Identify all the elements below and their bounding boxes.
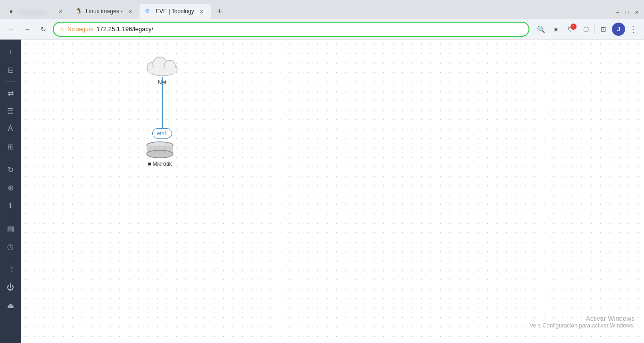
- close-button[interactable]: ✕: [633, 8, 640, 16]
- insecure-label: No seguro: [67, 26, 93, 33]
- sidebar-item-refresh[interactable]: ↻: [2, 161, 19, 178]
- svg-rect-4: [148, 68, 176, 74]
- address-bar[interactable]: ⚠ No seguro 172.25.1.196/legacy/: [53, 22, 529, 37]
- router-status-dot: ■: [148, 161, 151, 167]
- tab1-title: ................: [20, 8, 53, 15]
- tab3-favicon: ⚙: [145, 8, 152, 15]
- interface-label: eth1: [152, 128, 172, 139]
- tab3-close[interactable]: ✕: [198, 8, 206, 15]
- browser-menu-button[interactable]: ⋮: [627, 22, 639, 36]
- new-tab-button[interactable]: +: [213, 5, 226, 18]
- cloud-shape: [143, 54, 181, 77]
- tab-2[interactable]: 🐧 Linux images - ✕: [70, 4, 140, 19]
- topology-canvas: Net eth1: [21, 40, 644, 343]
- watermark-line2: Ve a Configuración para activar Windows.: [529, 322, 635, 329]
- title-bar: ● ................ ✕ 🐧 Linux images - ✕ …: [0, 0, 644, 19]
- browser-toolbar: ← → ↻ ⚠ No seguro 172.25.1.196/legacy/ 🔍…: [0, 19, 644, 40]
- tab1-close[interactable]: ✕: [57, 8, 64, 15]
- tab2-favicon: 🐧: [75, 8, 82, 15]
- watermark-line1: Activar Windows: [529, 315, 635, 322]
- sidebar-item-table[interactable]: ▦: [2, 220, 19, 237]
- sidebar-item-moon[interactable]: ☽: [2, 261, 19, 278]
- sidebar-divider-3: [5, 217, 16, 217]
- tab3-title: EVE | Topology: [156, 8, 194, 15]
- toolbar-divider: [594, 24, 595, 34]
- router-label: ■ Mikrotik: [148, 161, 172, 167]
- clock-icon: ◷: [7, 242, 14, 251]
- router-node[interactable]: ■ Mikrotik: [143, 141, 176, 167]
- sidebar-item-transfer[interactable]: ⇄: [2, 84, 19, 101]
- info-icon: ℹ: [9, 201, 12, 210]
- sidebar-item-list[interactable]: ☰: [2, 102, 19, 119]
- transfer-icon: ⇄: [8, 89, 14, 98]
- windows-watermark: Activar Windows Ve a Configuración para …: [529, 315, 635, 329]
- toolbar-icons: 🔍 ★ 🛡 4 ⬡ ⊡ J ⋮: [534, 22, 639, 36]
- tab2-title: Linux images -: [86, 8, 123, 15]
- extension2-button[interactable]: ⬡: [579, 23, 593, 36]
- dot-grid: [21, 40, 644, 343]
- text-icon: A: [8, 124, 13, 133]
- browser-frame: ● ................ ✕ 🐧 Linux images - ✕ …: [0, 0, 644, 343]
- sidebar-item-text[interactable]: A: [2, 120, 19, 137]
- zoom-icon: ⊕: [8, 183, 14, 192]
- tab2-close[interactable]: ✕: [126, 8, 134, 15]
- window-controls: − □ ✕: [614, 8, 640, 16]
- address-text: 172.25.1.196/legacy/: [96, 25, 523, 33]
- router-shape: [143, 141, 176, 159]
- app-area: ＋ ⊟ ⇄ ☰ A ⊞ ↻ ⊕: [0, 40, 644, 343]
- sidebar-item-power[interactable]: ⏻: [2, 279, 19, 296]
- table-icon: ▦: [7, 224, 14, 233]
- tab-1[interactable]: ● ................ ✕: [4, 4, 70, 19]
- logout-icon: ⏏: [7, 301, 14, 310]
- sidebar-divider-2: [5, 158, 16, 158]
- apps-icon: ⊞: [8, 142, 14, 151]
- router-name: Mikrotik: [152, 161, 172, 167]
- bookmark-button[interactable]: ★: [549, 23, 562, 36]
- sidebar-divider-4: [5, 258, 16, 258]
- refresh-icon: ↻: [8, 165, 14, 174]
- profile-button[interactable]: J: [612, 23, 625, 36]
- search-icon-button[interactable]: 🔍: [534, 23, 547, 36]
- sidebar-item-apps[interactable]: ⊞: [2, 138, 19, 155]
- tab-3[interactable]: ⚙ EVE | Topology ✕: [140, 4, 211, 19]
- minimize-button[interactable]: −: [614, 8, 621, 16]
- tab1-favicon: ●: [9, 8, 16, 15]
- sidebar-item-zoom[interactable]: ⊕: [2, 179, 19, 196]
- list-icon: ☰: [7, 106, 14, 115]
- sidebar-toggle-button[interactable]: ⊡: [597, 23, 610, 36]
- forward-button[interactable]: →: [21, 23, 34, 36]
- sidebar-item-add[interactable]: ＋: [2, 43, 19, 60]
- reload-button[interactable]: ↻: [37, 23, 50, 36]
- connection-line: [162, 77, 163, 134]
- add-icon: ＋: [7, 47, 14, 57]
- sidebar-divider-1: [5, 81, 16, 82]
- back-button[interactable]: ←: [5, 23, 18, 36]
- insecure-icon: ⚠: [59, 26, 65, 33]
- moon-icon: ☽: [7, 265, 14, 274]
- maximize-button[interactable]: □: [623, 8, 631, 16]
- power-icon: ⏻: [7, 283, 14, 292]
- sidebar-item-info[interactable]: ℹ: [2, 197, 19, 214]
- badge-count: 4: [570, 24, 577, 30]
- extension1-button[interactable]: 🛡 4: [564, 23, 578, 36]
- sidebar-item-logout[interactable]: ⏏: [2, 297, 19, 314]
- sidebar-item-layers[interactable]: ⊟: [2, 61, 19, 78]
- layers-icon: ⊟: [8, 65, 14, 74]
- left-sidebar: ＋ ⊟ ⇄ ☰ A ⊞ ↻ ⊕: [0, 40, 21, 343]
- sidebar-item-clock[interactable]: ◷: [2, 238, 19, 255]
